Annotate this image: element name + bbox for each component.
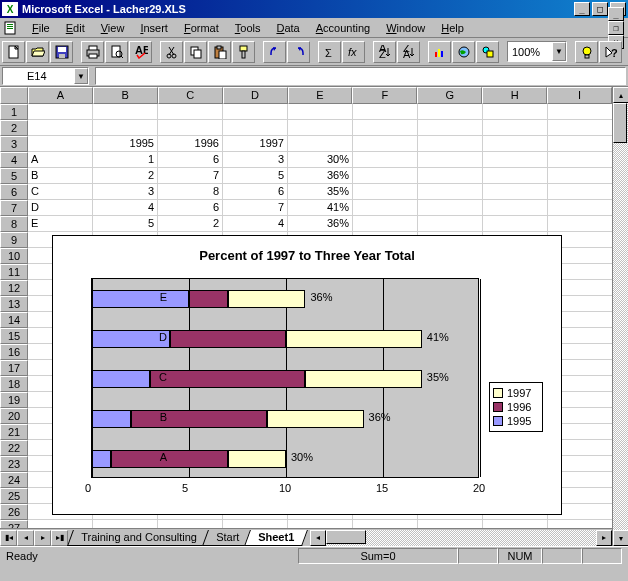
doc-minimize-button[interactable]: _: [608, 7, 624, 21]
name-box-dropdown-icon[interactable]: ▼: [74, 68, 88, 84]
col-header-I[interactable]: I: [547, 87, 612, 104]
col-header-E[interactable]: E: [288, 87, 353, 104]
zoom-dropdown-icon[interactable]: ▼: [552, 42, 566, 61]
tab-next-button[interactable]: ▸: [34, 530, 51, 546]
formula-input[interactable]: [95, 67, 626, 85]
row-header-26[interactable]: 26: [0, 504, 28, 520]
document-icon[interactable]: [2, 20, 18, 36]
help-button[interactable]: ?: [599, 41, 622, 63]
menu-view[interactable]: View: [93, 20, 133, 36]
cut-button[interactable]: [160, 41, 183, 63]
col-header-A[interactable]: A: [28, 87, 93, 104]
row-header-2[interactable]: 2: [0, 120, 28, 136]
drawing-button[interactable]: [476, 41, 499, 63]
row-header-11[interactable]: 11: [0, 264, 28, 280]
sort-desc-button[interactable]: ZA: [397, 41, 420, 63]
print-preview-button[interactable]: [105, 41, 128, 63]
zoom-input[interactable]: [508, 46, 552, 58]
new-button[interactable]: [2, 41, 25, 63]
row-header-18[interactable]: 18: [0, 376, 28, 392]
col-header-F[interactable]: F: [352, 87, 417, 104]
row-header-7[interactable]: 7: [0, 200, 28, 216]
menu-help[interactable]: Help: [433, 20, 472, 36]
autosum-button[interactable]: Σ: [318, 41, 341, 63]
menu-tools[interactable]: Tools: [227, 20, 269, 36]
menu-format[interactable]: Format: [176, 20, 227, 36]
svg-rect-20: [194, 50, 201, 58]
col-header-G[interactable]: G: [417, 87, 482, 104]
scroll-up-button[interactable]: ▴: [613, 87, 628, 103]
row-header-13[interactable]: 13: [0, 296, 28, 312]
row-header-12[interactable]: 12: [0, 280, 28, 296]
row-header-22[interactable]: 22: [0, 440, 28, 456]
row-header-3[interactable]: 3: [0, 136, 28, 152]
row-header-10[interactable]: 10: [0, 248, 28, 264]
menu-edit[interactable]: Edit: [58, 20, 93, 36]
name-box[interactable]: E14 ▼: [2, 67, 89, 85]
row-header-8[interactable]: 8: [0, 216, 28, 232]
menu-insert[interactable]: Insert: [132, 20, 176, 36]
scroll-down-button[interactable]: ▾: [613, 530, 628, 546]
row-header-9[interactable]: 9: [0, 232, 28, 248]
select-all-corner[interactable]: [0, 87, 28, 104]
row-header-25[interactable]: 25: [0, 488, 28, 504]
row-header-17[interactable]: 17: [0, 360, 28, 376]
col-header-D[interactable]: D: [223, 87, 288, 104]
menu-window[interactable]: Window: [378, 20, 433, 36]
row-header-20[interactable]: 20: [0, 408, 28, 424]
scroll-left-button[interactable]: ◂: [310, 530, 326, 546]
chart-x-tick: 5: [182, 482, 188, 494]
sort-asc-button[interactable]: AZ: [373, 41, 396, 63]
bar-C-1996: [150, 370, 305, 388]
zoom-combo[interactable]: ▼: [507, 41, 567, 62]
row-header-1[interactable]: 1: [0, 104, 28, 120]
row-header-21[interactable]: 21: [0, 424, 28, 440]
row-header-19[interactable]: 19: [0, 392, 28, 408]
print-button[interactable]: [81, 41, 104, 63]
col-header-C[interactable]: C: [158, 87, 223, 104]
redo-button[interactable]: [287, 41, 310, 63]
menu-file[interactable]: File: [24, 20, 58, 36]
scroll-right-button[interactable]: ▸: [596, 530, 612, 546]
spelling-button[interactable]: ABC: [129, 41, 152, 63]
col-header-B[interactable]: B: [93, 87, 158, 104]
doc-restore-button[interactable]: ❐: [608, 21, 624, 35]
hscroll-thumb[interactable]: [326, 530, 366, 544]
row-header-14[interactable]: 14: [0, 312, 28, 328]
row-header-15[interactable]: 15: [0, 328, 28, 344]
tab-first-button[interactable]: ▮◂: [0, 530, 17, 546]
svg-rect-10: [89, 54, 97, 58]
svg-text:Σ: Σ: [325, 47, 332, 59]
menu-accounting[interactable]: Accounting: [308, 20, 378, 36]
tab-prev-button[interactable]: ◂: [17, 530, 34, 546]
save-button[interactable]: [50, 41, 73, 63]
row-header-4[interactable]: 4: [0, 152, 28, 168]
tab-last-button[interactable]: ▸▮: [51, 530, 68, 546]
minimize-button[interactable]: _: [574, 2, 590, 16]
row-header-24[interactable]: 24: [0, 472, 28, 488]
maximize-button[interactable]: □: [592, 2, 608, 16]
undo-button[interactable]: [263, 41, 286, 63]
embedded-chart[interactable]: Percent of 1997 to Three Year Total EDCB…: [52, 235, 562, 515]
chart-wizard-button[interactable]: [428, 41, 451, 63]
row-header-6[interactable]: 6: [0, 184, 28, 200]
function-wizard-button[interactable]: fx: [342, 41, 365, 63]
copy-button[interactable]: [184, 41, 207, 63]
open-button[interactable]: [26, 41, 49, 63]
row-header-16[interactable]: 16: [0, 344, 28, 360]
col-header-H[interactable]: H: [482, 87, 547, 104]
menu-data[interactable]: Data: [268, 20, 307, 36]
paste-button[interactable]: [208, 41, 231, 63]
vertical-scrollbar[interactable]: ▴ ▾: [612, 87, 628, 546]
sheet-tab-training-and-consulting[interactable]: Training and Consulting: [67, 530, 211, 546]
format-painter-button[interactable]: [232, 41, 255, 63]
row-header-23[interactable]: 23: [0, 456, 28, 472]
map-button[interactable]: [452, 41, 475, 63]
tip-wizard-button[interactable]: [575, 41, 598, 63]
horizontal-scrollbar[interactable]: ◂ ▸: [310, 530, 612, 546]
row-header-5[interactable]: 5: [0, 168, 28, 184]
vscroll-thumb[interactable]: [613, 103, 627, 143]
bar-C-1997: [305, 370, 421, 388]
sheet-tab-sheet1[interactable]: Sheet1: [244, 530, 308, 546]
legend-item-1995: 1995: [493, 414, 539, 428]
